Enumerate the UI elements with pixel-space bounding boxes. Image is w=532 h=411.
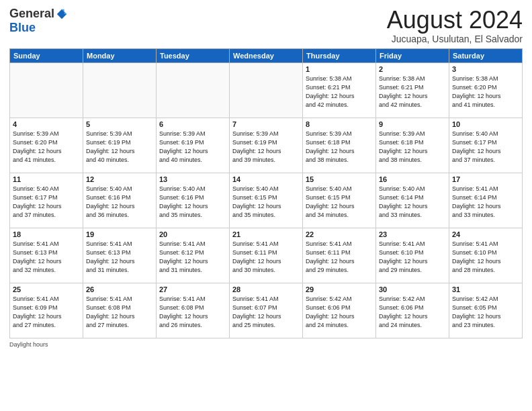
day-cell: 7Sunrise: 5:39 AMSunset: 6:19 PMDaylight… — [230, 118, 303, 173]
col-header-tuesday: Tuesday — [157, 48, 230, 62]
day-info: Sunrise: 5:38 AMSunset: 6:21 PMDaylight:… — [379, 75, 446, 109]
day-number: 4 — [13, 120, 80, 128]
day-info: Sunrise: 5:39 AMSunset: 6:18 PMDaylight:… — [379, 130, 446, 165]
day-cell: 30Sunrise: 5:42 AMSunset: 6:06 PMDayligh… — [376, 283, 449, 338]
col-header-thursday: Thursday — [303, 48, 376, 62]
day-number: 17 — [452, 175, 519, 183]
day-cell: 4Sunrise: 5:39 AMSunset: 6:20 PMDaylight… — [10, 118, 83, 173]
day-cell: 21Sunrise: 5:41 AMSunset: 6:11 PMDayligh… — [230, 228, 303, 283]
day-number: 21 — [232, 230, 300, 238]
day-number: 8 — [306, 120, 373, 128]
day-info: Sunrise: 5:42 AMSunset: 6:06 PMDaylight:… — [306, 295, 373, 330]
day-cell — [157, 62, 230, 118]
day-cell: 5Sunrise: 5:39 AMSunset: 6:19 PMDaylight… — [83, 118, 157, 173]
day-cell: 19Sunrise: 5:41 AMSunset: 6:13 PMDayligh… — [83, 228, 157, 283]
day-cell: 18Sunrise: 5:41 AMSunset: 6:13 PMDayligh… — [10, 228, 83, 283]
day-info: Sunrise: 5:41 AMSunset: 6:10 PMDaylight:… — [452, 240, 519, 275]
day-cell: 6Sunrise: 5:39 AMSunset: 6:19 PMDaylight… — [157, 118, 230, 173]
day-number: 6 — [159, 120, 226, 128]
day-number: 13 — [159, 175, 226, 183]
day-cell: 10Sunrise: 5:40 AMSunset: 6:17 PMDayligh… — [449, 118, 523, 173]
day-number: 1 — [306, 65, 373, 73]
day-cell: 8Sunrise: 5:39 AMSunset: 6:18 PMDaylight… — [303, 118, 376, 173]
day-info: Sunrise: 5:40 AMSunset: 6:17 PMDaylight:… — [452, 130, 519, 165]
day-number: 18 — [13, 230, 80, 238]
day-cell — [83, 62, 157, 118]
day-cell: 28Sunrise: 5:41 AMSunset: 6:07 PMDayligh… — [230, 283, 303, 338]
week-row-2: 4Sunrise: 5:39 AMSunset: 6:20 PMDaylight… — [10, 118, 523, 173]
day-cell: 11Sunrise: 5:40 AMSunset: 6:17 PMDayligh… — [10, 173, 83, 228]
page: General Blue August 2024 Jucuapa, Usulut… — [0, 0, 532, 411]
day-number: 19 — [86, 230, 153, 238]
col-header-friday: Friday — [376, 48, 449, 62]
day-info: Sunrise: 5:41 AMSunset: 6:14 PMDaylight:… — [452, 185, 519, 220]
logo-icon — [56, 8, 68, 20]
day-info: Sunrise: 5:39 AMSunset: 6:19 PMDaylight:… — [86, 130, 153, 165]
day-info: Sunrise: 5:42 AMSunset: 6:06 PMDaylight:… — [379, 295, 446, 330]
day-number: 23 — [379, 230, 446, 238]
day-number: 24 — [452, 230, 519, 238]
col-header-saturday: Saturday — [449, 48, 523, 62]
day-info: Sunrise: 5:40 AMSunset: 6:16 PMDaylight:… — [86, 185, 153, 220]
day-number: 12 — [86, 175, 153, 183]
day-info: Sunrise: 5:39 AMSunset: 6:19 PMDaylight:… — [159, 130, 226, 165]
logo: General Blue — [9, 7, 68, 35]
day-cell — [10, 62, 83, 118]
footer-note: Daylight hours — [9, 341, 523, 348]
day-number: 27 — [159, 285, 226, 293]
week-row-1: 1Sunrise: 5:38 AMSunset: 6:21 PMDaylight… — [10, 62, 523, 118]
day-cell: 16Sunrise: 5:40 AMSunset: 6:14 PMDayligh… — [376, 173, 449, 228]
day-cell: 9Sunrise: 5:39 AMSunset: 6:18 PMDaylight… — [376, 118, 449, 173]
day-cell: 14Sunrise: 5:40 AMSunset: 6:15 PMDayligh… — [230, 173, 303, 228]
location: Jucuapa, Usulutan, El Salvador — [387, 34, 523, 44]
day-number: 2 — [379, 65, 446, 73]
day-info: Sunrise: 5:41 AMSunset: 6:12 PMDaylight:… — [159, 240, 226, 275]
day-info: Sunrise: 5:40 AMSunset: 6:14 PMDaylight:… — [379, 185, 446, 220]
day-number: 28 — [232, 285, 300, 293]
day-cell: 20Sunrise: 5:41 AMSunset: 6:12 PMDayligh… — [157, 228, 230, 283]
day-number: 16 — [379, 175, 446, 183]
day-info: Sunrise: 5:41 AMSunset: 6:10 PMDaylight:… — [379, 240, 446, 275]
calendar-table: SundayMondayTuesdayWednesdayThursdayFrid… — [9, 48, 523, 338]
day-cell: 17Sunrise: 5:41 AMSunset: 6:14 PMDayligh… — [449, 173, 523, 228]
day-info: Sunrise: 5:41 AMSunset: 6:08 PMDaylight:… — [86, 295, 153, 330]
week-row-3: 11Sunrise: 5:40 AMSunset: 6:17 PMDayligh… — [10, 173, 523, 228]
day-number: 29 — [306, 285, 373, 293]
header-row: SundayMondayTuesdayWednesdayThursdayFrid… — [10, 48, 523, 62]
title-block: August 2024 Jucuapa, Usulutan, El Salvad… — [387, 7, 523, 44]
day-cell — [230, 62, 303, 118]
day-cell: 15Sunrise: 5:40 AMSunset: 6:15 PMDayligh… — [303, 173, 376, 228]
day-number: 15 — [306, 175, 373, 183]
day-cell: 13Sunrise: 5:40 AMSunset: 6:16 PMDayligh… — [157, 173, 230, 228]
day-number: 9 — [379, 120, 446, 128]
day-info: Sunrise: 5:41 AMSunset: 6:08 PMDaylight:… — [159, 295, 226, 330]
day-info: Sunrise: 5:38 AMSunset: 6:20 PMDaylight:… — [452, 75, 519, 109]
week-row-5: 25Sunrise: 5:41 AMSunset: 6:09 PMDayligh… — [10, 283, 523, 338]
col-header-wednesday: Wednesday — [230, 48, 303, 62]
day-info: Sunrise: 5:41 AMSunset: 6:11 PMDaylight:… — [232, 240, 300, 275]
col-header-sunday: Sunday — [10, 48, 83, 62]
day-number: 14 — [232, 175, 300, 183]
day-info: Sunrise: 5:41 AMSunset: 6:13 PMDaylight:… — [13, 240, 80, 275]
day-number: 30 — [379, 285, 446, 293]
day-number: 22 — [306, 230, 373, 238]
day-cell: 22Sunrise: 5:41 AMSunset: 6:11 PMDayligh… — [303, 228, 376, 283]
day-number: 5 — [86, 120, 153, 128]
month-title: August 2024 — [387, 7, 523, 34]
day-number: 10 — [452, 120, 519, 128]
day-info: Sunrise: 5:39 AMSunset: 6:18 PMDaylight:… — [306, 130, 373, 165]
day-info: Sunrise: 5:42 AMSunset: 6:05 PMDaylight:… — [452, 295, 519, 330]
day-info: Sunrise: 5:39 AMSunset: 6:19 PMDaylight:… — [232, 130, 300, 165]
day-info: Sunrise: 5:38 AMSunset: 6:21 PMDaylight:… — [306, 75, 373, 109]
col-header-monday: Monday — [83, 48, 157, 62]
day-cell: 26Sunrise: 5:41 AMSunset: 6:08 PMDayligh… — [83, 283, 157, 338]
day-info: Sunrise: 5:40 AMSunset: 6:17 PMDaylight:… — [13, 185, 80, 220]
day-number: 11 — [13, 175, 80, 183]
day-info: Sunrise: 5:41 AMSunset: 6:09 PMDaylight:… — [13, 295, 80, 330]
day-cell: 24Sunrise: 5:41 AMSunset: 6:10 PMDayligh… — [449, 228, 523, 283]
day-info: Sunrise: 5:39 AMSunset: 6:20 PMDaylight:… — [13, 130, 80, 165]
day-cell: 3Sunrise: 5:38 AMSunset: 6:20 PMDaylight… — [449, 62, 523, 118]
day-cell: 27Sunrise: 5:41 AMSunset: 6:08 PMDayligh… — [157, 283, 230, 338]
day-info: Sunrise: 5:40 AMSunset: 6:16 PMDaylight:… — [159, 185, 226, 220]
header: General Blue August 2024 Jucuapa, Usulut… — [9, 7, 523, 44]
